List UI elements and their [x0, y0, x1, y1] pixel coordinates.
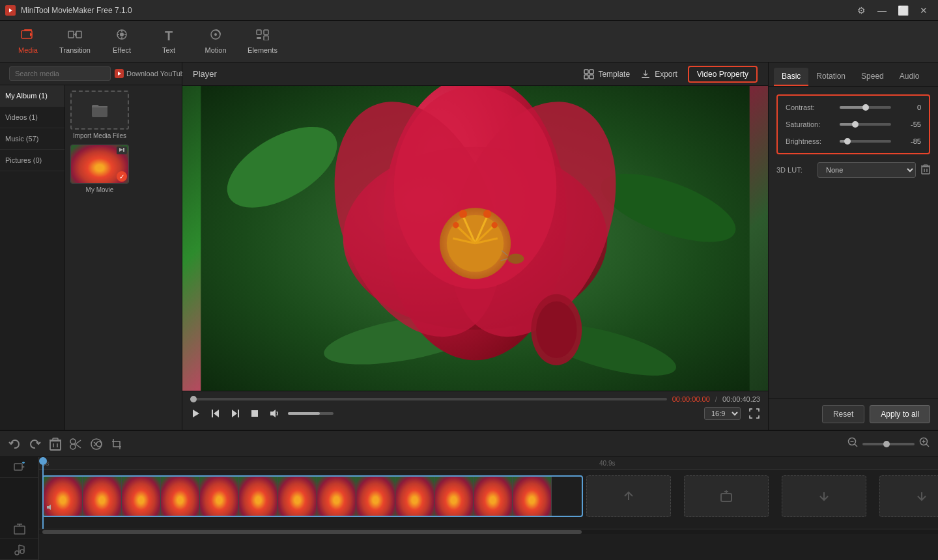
contrast-thumb[interactable] [862, 104, 869, 111]
contrast-slider[interactable] [840, 106, 891, 109]
time-current: 00:00:00.00 [672, 395, 710, 403]
apply-all-btn[interactable]: Apply to all [870, 405, 930, 423]
video-clip[interactable] [42, 475, 583, 517]
playhead-head [39, 457, 47, 465]
timeline-toolbar [0, 431, 938, 457]
svg-rect-66 [922, 167, 930, 174]
progress-row: 00:00:00.00 / 00:00:40.23 [190, 395, 760, 403]
scrollbar-thumb[interactable] [42, 530, 582, 534]
volume-slider[interactable] [288, 412, 334, 415]
tab-speed[interactable]: Speed [853, 68, 892, 86]
aspect-ratio-select[interactable]: 16:94:31:19:16 [704, 407, 741, 420]
add-audio-track-icon[interactable] [0, 539, 39, 560]
my-movie-item[interactable]: ✓ My Movie [70, 145, 129, 193]
saturation-slider[interactable] [840, 123, 891, 126]
lut-label: 3D LUT: [776, 166, 812, 174]
sidebar-item-pictures[interactable]: Pictures (0) [0, 150, 64, 171]
text-track-icon [13, 522, 26, 535]
video-frame-svg [182, 86, 768, 391]
maximize-btn[interactable]: ⬜ [894, 3, 912, 18]
search-input[interactable] [9, 66, 111, 81]
brightness-thumb[interactable] [844, 138, 851, 145]
right-panel-tabs: Basic Rotation Speed Audio [769, 63, 938, 87]
playhead[interactable] [42, 457, 44, 529]
tab-basic[interactable]: Basic [774, 68, 808, 86]
sidebar-item-music[interactable]: Music (57) [0, 128, 64, 150]
fullscreen-icon [748, 408, 760, 419]
stop-icon [249, 408, 261, 419]
lut-delete-btn[interactable] [921, 164, 930, 176]
app-title: MiniTool MovieMaker Free 7.1.0 [21, 6, 132, 15]
clip-frame-11 [434, 477, 474, 516]
lut-select[interactable]: NoneVividWarmCoolB&W [817, 162, 916, 178]
svg-marker-100 [47, 505, 51, 510]
clip-frame-4 [161, 477, 200, 516]
timeline-tools [8, 438, 124, 451]
toolbar-media[interactable]: Media [5, 23, 51, 60]
svg-line-87 [926, 444, 929, 447]
svg-rect-75 [53, 438, 58, 440]
delete-btn[interactable] [50, 438, 61, 451]
video-property-btn[interactable]: Video Property [688, 66, 758, 83]
zoom-out-btn[interactable] [847, 436, 859, 451]
tab-rotation[interactable]: Rotation [808, 68, 853, 86]
sidebar-item-videos[interactable]: Videos (1) [0, 107, 64, 128]
svg-rect-70 [924, 165, 928, 166]
reverse-btn[interactable] [90, 438, 103, 451]
redo-btn[interactable] [29, 438, 42, 451]
timeline-scrollbar[interactable] [39, 529, 938, 534]
add-media-icon[interactable] [0, 457, 39, 478]
close-btn[interactable]: ✕ [915, 3, 933, 18]
add-text-track-icon[interactable] [0, 519, 39, 540]
stop-btn[interactable] [249, 408, 261, 419]
progress-bar[interactable] [190, 398, 667, 400]
svg-rect-92 [14, 526, 25, 534]
sidebar-item-album[interactable]: My Album (1) [0, 85, 64, 107]
toolbar-text-label: Text [162, 46, 175, 54]
prev-btn[interactable] [210, 408, 221, 419]
reset-btn[interactable]: Reset [822, 405, 864, 423]
fullscreen-btn[interactable] [748, 408, 760, 419]
effect-icon [115, 29, 129, 44]
tab-audio[interactable]: Audio [892, 68, 928, 86]
next-btn[interactable] [229, 408, 241, 419]
clip-audio-icon [46, 503, 54, 511]
zoom-thumb[interactable] [883, 441, 890, 447]
zoom-slider[interactable] [862, 443, 915, 445]
import-thumb [70, 91, 129, 130]
brightness-slider[interactable] [840, 140, 891, 143]
toolbar-elements[interactable]: Elements [240, 23, 285, 60]
saturation-row: Saturation: -55 [786, 120, 921, 128]
progress-thumb[interactable] [190, 396, 197, 402]
title-bar-left: MiniTool MovieMaker Free 7.1.0 [5, 5, 132, 16]
split-btn[interactable] [69, 438, 82, 451]
template-btn[interactable]: Template [584, 69, 630, 79]
trash-icon [50, 438, 61, 451]
svg-rect-24 [92, 106, 107, 117]
music-track-icon [13, 543, 26, 556]
undo-btn[interactable] [8, 438, 21, 451]
crop-btn[interactable] [111, 438, 124, 451]
title-bar-controls: ⚙ — ⬜ ✕ [852, 3, 933, 18]
next-icon [229, 408, 241, 419]
svg-line-78 [76, 440, 81, 444]
svg-point-55 [536, 301, 576, 358]
video-content [182, 86, 768, 391]
volume-btn[interactable] [268, 408, 280, 419]
svg-marker-61 [214, 410, 219, 417]
svg-marker-89 [22, 466, 25, 468]
zoom-in-btn[interactable] [918, 436, 930, 451]
toolbar-transition[interactable]: Transition [52, 23, 98, 60]
svg-point-77 [70, 444, 76, 449]
toolbar-motion[interactable]: Motion [193, 23, 238, 60]
toolbar-effect[interactable]: Effect [99, 23, 145, 60]
play-btn[interactable] [190, 408, 202, 419]
saturation-thumb[interactable] [852, 121, 859, 128]
settings-btn[interactable]: ⚙ [852, 3, 870, 18]
toolbar-text[interactable]: T Text [146, 23, 192, 60]
import-media-item[interactable]: Import Media Files [70, 91, 129, 139]
minimize-btn[interactable]: — [873, 3, 891, 18]
export-btn[interactable]: Export [640, 69, 677, 79]
player-video [182, 86, 768, 391]
toolbar-media-label: Media [18, 46, 38, 54]
